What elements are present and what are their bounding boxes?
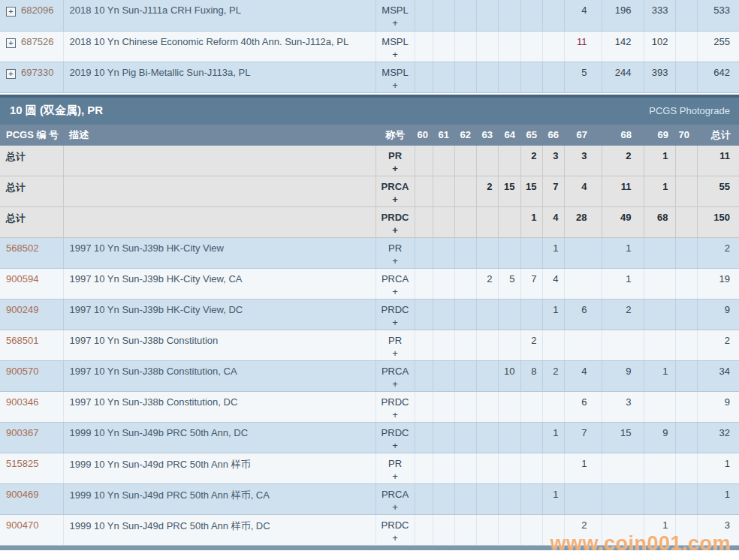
grade-61-cell	[433, 423, 454, 453]
pcgs-number-link[interactable]: 682096	[21, 5, 53, 16]
expand-icon[interactable]: +	[6, 7, 16, 17]
grade-70-cell	[675, 146, 697, 176]
description-cell: 1997 10 Yn Sun-J38b Constitution	[63, 330, 376, 361]
grade-63-cell	[476, 484, 498, 515]
grade-60-cell	[415, 176, 433, 207]
grade-61-cell	[433, 0, 454, 31]
designation-plus: +	[376, 79, 415, 92]
grade-70-cell	[675, 0, 697, 31]
designation-plus: +	[376, 531, 415, 544]
total-cell: 11	[697, 146, 739, 176]
pcgs-number-link[interactable]: 900570	[6, 366, 38, 377]
pcgs-number-link[interactable]: 568501	[6, 335, 38, 346]
designation-label: PR	[376, 242, 415, 254]
total-header: 总计	[697, 125, 739, 146]
totals-row: 总计PRDC+14284968150	[0, 207, 739, 238]
grade-67-cell: 2	[564, 515, 602, 546]
next-section-bar-edge	[0, 546, 739, 550]
grade-61-cell	[433, 515, 454, 546]
grade-65-cell	[520, 453, 542, 484]
grade-61-cell	[433, 330, 454, 361]
designation-label: PR	[376, 457, 415, 470]
totals-label-cell: 总计	[0, 146, 63, 176]
grade-64-cell	[498, 238, 520, 269]
grade-70-cell	[675, 330, 697, 361]
grade-64-cell	[498, 146, 520, 176]
total-cell: 2	[697, 330, 739, 361]
designation-cell: PR+	[376, 146, 415, 176]
grade-63-cell	[476, 31, 498, 62]
expand-icon[interactable]: +	[6, 38, 16, 48]
expand-icon[interactable]: +	[6, 69, 16, 79]
pcgs-number-link[interactable]: 900346	[6, 396, 38, 408]
grade-67-cell: 28	[564, 207, 602, 238]
grade-67-cell: 5	[564, 62, 602, 92]
designation-cell: PRCA+	[376, 361, 415, 392]
designation-plus: +	[376, 501, 415, 513]
pcgs-number-link[interactable]: 697330	[21, 67, 53, 78]
photograde-link[interactable]: PCGS Photograde	[649, 105, 730, 116]
total-cell: 1	[697, 484, 739, 515]
table-row: 9003461997 10 Yn Sun-J38b Constitution, …	[0, 392, 739, 423]
total-cell: 2	[697, 238, 739, 269]
grade-66-cell	[542, 62, 564, 92]
grade-61-cell	[433, 300, 454, 330]
grade-61-cell	[433, 62, 454, 92]
pcgs-number-link[interactable]: 900470	[6, 519, 38, 531]
designation-cell: PRCA+	[376, 484, 415, 515]
table-row: +6973302019 10 Yn Pig Bi-Metallic Sun-J1…	[0, 62, 739, 92]
grade-67-cell: 1	[564, 453, 602, 484]
grade-68-header: 68	[602, 125, 644, 146]
pcgs-number-link[interactable]: 900367	[6, 427, 38, 438]
pcgs-number-link[interactable]: 900469	[6, 489, 38, 500]
grade-62-cell	[454, 361, 476, 392]
grade-60-cell	[415, 361, 433, 392]
grade-60-cell	[415, 269, 433, 300]
description-header: 描述	[63, 125, 376, 146]
grade-64-cell	[498, 453, 520, 484]
grade-65-cell: 15	[520, 176, 542, 207]
grade-68-cell: 142	[602, 31, 644, 62]
grade-70-cell	[675, 361, 697, 392]
description-cell: 1999 10 Yn Sun-J49d PRC 50th Ann 样币, CA	[63, 484, 376, 515]
grade-66-cell	[542, 330, 564, 361]
grade-60-header: 60	[415, 125, 433, 146]
grade-66-cell: 1	[542, 300, 564, 330]
population-table: PCGS 编 号描述称号6061626364656667686970总计 总计P…	[0, 125, 739, 546]
grade-64-cell	[498, 515, 520, 546]
designation-cell: PRDC+	[376, 515, 415, 546]
grade-70-cell	[675, 176, 697, 207]
pcgs-number-link[interactable]: 687526	[21, 36, 53, 47]
grade-68-cell	[602, 453, 644, 484]
grade-67-cell: 4	[564, 176, 602, 207]
grade-60-cell	[415, 207, 433, 238]
grade-64-cell	[498, 330, 520, 361]
grade-65-cell	[520, 392, 542, 423]
grade-60-cell	[415, 238, 433, 269]
pcgs-number-link[interactable]: 515825	[6, 458, 38, 469]
grade-63-cell	[476, 392, 498, 423]
totals-label-cell: 总计	[0, 207, 63, 238]
pcgs-number-link[interactable]: 900249	[6, 304, 38, 315]
grade-62-cell	[454, 484, 476, 515]
designation-cell: PRDC+	[376, 392, 415, 423]
pcgs-number-cell: 900249	[0, 300, 63, 330]
table-row: 9005701997 10 Yn Sun-J38b Constitution, …	[0, 361, 739, 392]
designation-plus: +	[376, 470, 415, 483]
grade-66-header: 66	[542, 125, 564, 146]
grade-68-cell: 11	[602, 176, 644, 207]
grade-67-cell	[564, 269, 602, 300]
total-cell: 32	[697, 423, 739, 453]
grade-63-cell	[476, 62, 498, 92]
grade-63-cell	[476, 146, 498, 176]
total-cell: 255	[697, 31, 739, 62]
grade-65-cell	[520, 484, 542, 515]
grade-62-cell	[454, 453, 476, 484]
description-cell: 2018 10 Yn Sun-J111a CRH Fuxing, PL	[63, 0, 376, 31]
grade-62-cell	[454, 300, 476, 330]
grade-61-cell	[433, 31, 454, 62]
grade-69-cell: 393	[644, 62, 675, 92]
pcgs-number-link[interactable]: 900594	[6, 273, 38, 285]
pcgs-number-link[interactable]: 568502	[6, 242, 38, 254]
grade-66-cell: 7	[542, 176, 564, 207]
